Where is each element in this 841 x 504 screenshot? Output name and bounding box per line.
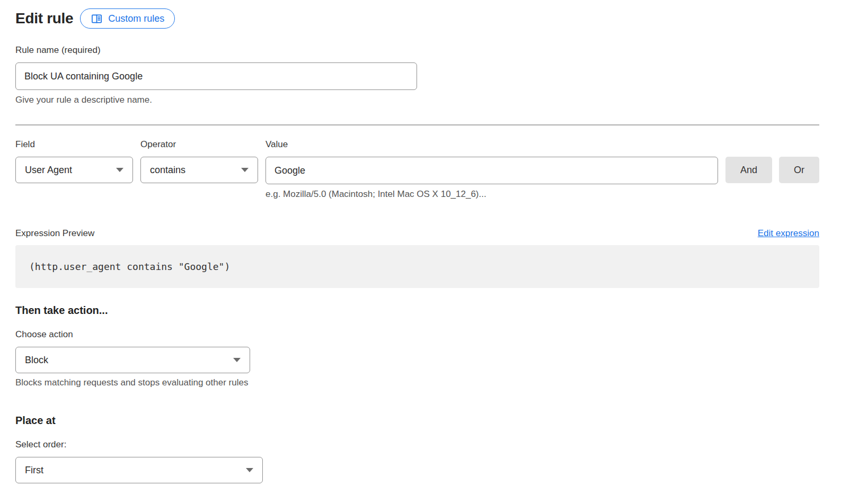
order-select[interactable]: First (15, 457, 263, 483)
condition-row: Field User Agent Operator contains Value… (15, 139, 819, 200)
value-label: Value (265, 139, 718, 150)
chevron-down-icon (116, 168, 123, 172)
field-label: Field (15, 139, 133, 150)
operator-label: Operator (140, 139, 258, 150)
and-button[interactable]: And (725, 157, 772, 183)
chevron-down-icon (233, 358, 241, 362)
field-select-value: User Agent (25, 165, 72, 176)
expression-preview-label: Expression Preview (15, 228, 94, 239)
custom-rules-label: Custom rules (108, 13, 164, 24)
operator-select-value: contains (150, 165, 185, 176)
action-select-value: Block (25, 355, 48, 366)
field-column: Field User Agent (15, 139, 133, 183)
place-at-heading: Place at (15, 415, 819, 427)
value-helper: e.g. Mozilla/5.0 (Macintosh; Intel Mac O… (265, 189, 718, 200)
open-book-icon (91, 13, 103, 25)
expression-header: Expression Preview Edit expression (15, 228, 819, 239)
rule-name-label: Rule name (required) (15, 45, 819, 56)
value-input[interactable] (265, 157, 718, 184)
select-order-label: Select order: (15, 439, 819, 450)
rule-name-input[interactable] (15, 62, 417, 90)
operator-column: Operator contains (140, 139, 258, 183)
field-select[interactable]: User Agent (15, 157, 133, 183)
section-divider (15, 124, 819, 125)
action-select[interactable]: Block (15, 347, 250, 373)
action-section-heading: Then take action... (15, 304, 819, 317)
edit-expression-link[interactable]: Edit expression (758, 228, 819, 239)
rule-name-group: Rule name (required) Give your rule a de… (15, 45, 819, 105)
edit-rule-page: Edit rule Custom rules Rule name (requir… (0, 0, 841, 504)
or-button[interactable]: Or (779, 157, 819, 183)
chevron-down-icon (246, 468, 253, 472)
choose-action-label: Choose action (15, 329, 819, 340)
page-title: Edit rule (15, 10, 73, 27)
order-select-value: First (25, 465, 43, 476)
custom-rules-docs-button[interactable]: Custom rules (80, 8, 175, 29)
value-column: Value e.g. Mozilla/5.0 (Macintosh; Intel… (265, 139, 718, 200)
action-helper: Blocks matching requests and stops evalu… (15, 377, 819, 388)
expression-code-block: (http.user_agent contains "Google") (15, 245, 819, 288)
operator-select[interactable]: contains (140, 157, 258, 183)
page-header: Edit rule Custom rules (15, 8, 819, 29)
chevron-down-icon (241, 168, 249, 172)
and-or-buttons: And Or (725, 157, 819, 183)
rule-name-helper: Give your rule a descriptive name. (15, 95, 819, 105)
expression-section: Expression Preview Edit expression (http… (15, 228, 819, 288)
